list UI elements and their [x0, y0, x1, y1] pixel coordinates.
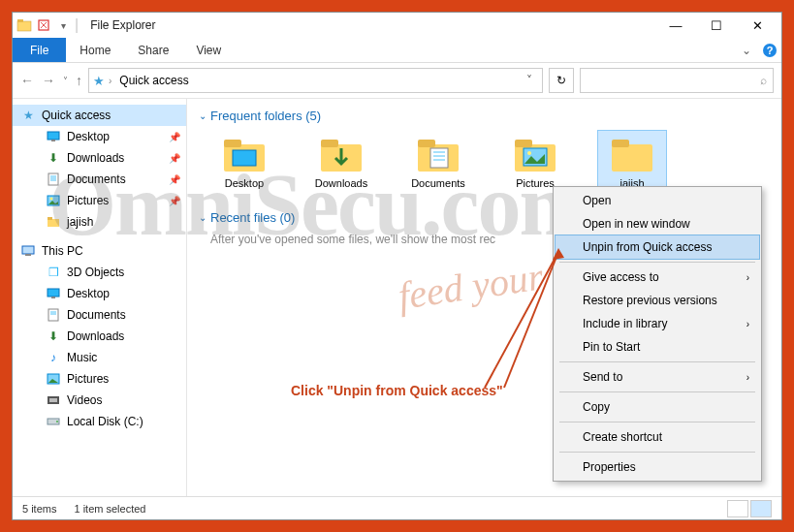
svg-rect-33 — [418, 140, 435, 147]
svg-rect-28 — [224, 140, 241, 147]
menu-open-new-window[interactable]: Open in new window — [556, 212, 759, 235]
menu-give-access[interactable]: Give access to› — [556, 266, 759, 289]
menu-unpin-quick-access[interactable]: Unpin from Quick access — [556, 235, 759, 259]
help-icon[interactable]: ? — [758, 38, 781, 62]
ribbon-expand-icon[interactable]: ⌄ — [735, 38, 758, 62]
status-bar: 5 items 1 item selected — [13, 496, 781, 519]
downloads-icon: ⬇ — [46, 150, 61, 166]
svg-text:?: ? — [767, 45, 774, 56]
frequent-folders-header[interactable]: ⌄ Frequent folders (5) — [199, 109, 770, 123]
svg-rect-43 — [612, 140, 629, 147]
pin-icon: 📌 — [169, 196, 180, 206]
svg-rect-29 — [233, 150, 256, 166]
svg-rect-34 — [430, 148, 448, 168]
details-view-button[interactable] — [727, 500, 748, 517]
svg-rect-6 — [51, 140, 55, 141]
sidebar-item-pc-desktop[interactable]: Desktop — [13, 283, 186, 304]
sidebar-item-desktop[interactable]: Desktop 📌 — [13, 126, 186, 147]
folder-pictures[interactable]: Pictures — [501, 131, 569, 193]
submenu-arrow-icon: › — [746, 372, 749, 383]
drive-icon — [46, 414, 61, 429]
svg-rect-7 — [48, 173, 58, 185]
svg-point-41 — [527, 151, 531, 155]
submenu-arrow-icon: › — [746, 272, 749, 283]
svg-rect-42 — [612, 144, 652, 172]
pc-icon — [20, 243, 36, 259]
search-icon: ⌕ — [760, 74, 767, 87]
downloads-icon: ⬇ — [46, 329, 61, 344]
navigation-pane: ★ Quick access Desktop 📌 ⬇ Downloads 📌 D… — [13, 99, 187, 496]
menu-include-library[interactable]: Include in library› — [556, 312, 759, 335]
breadcrumb[interactable]: Quick access — [115, 74, 192, 87]
tab-view[interactable]: View — [182, 38, 235, 62]
sidebar-item-pc-documents[interactable]: Documents — [13, 304, 186, 326]
search-input[interactable]: ⌕ — [580, 68, 774, 93]
tab-share[interactable]: Share — [124, 38, 182, 62]
menu-copy[interactable]: Copy — [556, 395, 759, 419]
sidebar-item-documents[interactable]: Documents 📌 — [13, 169, 186, 190]
sidebar-quick-access[interactable]: ★ Quick access — [13, 105, 186, 126]
sidebar-item-pc-pictures[interactable]: Pictures — [13, 368, 186, 390]
folder-jajish[interactable]: jajish — [598, 131, 666, 193]
menu-create-shortcut[interactable]: Create shortcut — [556, 425, 759, 449]
forward-button[interactable]: → — [42, 73, 55, 88]
desktop-icon — [46, 129, 61, 144]
tab-file[interactable]: File — [13, 38, 66, 62]
sidebar-item-local-disk[interactable]: Local Disk (C:) — [13, 411, 186, 432]
music-icon: ♪ — [46, 350, 61, 365]
window-title: File Explorer — [90, 18, 155, 32]
chevron-down-icon: ⌄ — [199, 212, 206, 223]
close-button[interactable]: ✕ — [737, 13, 778, 38]
sidebar-item-downloads[interactable]: ⬇ Downloads 📌 — [13, 147, 186, 169]
tab-home[interactable]: Home — [66, 38, 124, 62]
svg-rect-13 — [48, 219, 59, 227]
recent-locations-icon[interactable]: ˅ — [63, 76, 68, 86]
address-path[interactable]: ★ › Quick access ˅ — [88, 68, 543, 93]
refresh-button[interactable]: ↻ — [549, 68, 574, 93]
svg-rect-5 — [48, 132, 59, 140]
svg-rect-16 — [25, 254, 31, 256]
svg-rect-18 — [51, 297, 55, 298]
svg-rect-14 — [48, 217, 52, 220]
address-dropdown-icon[interactable]: ˅ — [521, 74, 538, 87]
minimize-button[interactable]: — — [655, 13, 696, 38]
sidebar-item-music[interactable]: ♪Music — [13, 347, 186, 368]
sidebar-item-videos[interactable]: Videos — [13, 390, 186, 411]
menu-pin-start[interactable]: Pin to Start — [556, 335, 759, 359]
menu-open[interactable]: Open — [556, 189, 759, 212]
folder-desktop[interactable]: Desktop — [210, 131, 278, 193]
quick-access-star-icon: ★ — [93, 74, 105, 88]
svg-rect-39 — [515, 140, 532, 147]
svg-rect-19 — [48, 309, 58, 321]
svg-rect-1 — [17, 19, 23, 22]
submenu-arrow-icon: › — [746, 319, 749, 329]
folder-icon — [46, 214, 61, 230]
icons-view-button[interactable] — [750, 500, 772, 517]
menu-restore-previous[interactable]: Restore previous versions — [556, 289, 759, 312]
menu-send-to[interactable]: Send to› — [556, 365, 759, 389]
back-button[interactable]: ← — [20, 73, 34, 88]
svg-point-26 — [56, 421, 58, 422]
maximize-button[interactable]: ☐ — [696, 13, 737, 38]
svg-rect-17 — [48, 289, 59, 297]
svg-rect-0 — [17, 21, 31, 31]
sidebar-item-3d-objects[interactable]: ❒3D Objects — [13, 262, 186, 283]
folder-downloads[interactable]: Downloads — [307, 131, 375, 193]
explorer-icon — [16, 17, 32, 33]
sidebar-this-pc[interactable]: This PC — [13, 240, 186, 262]
pin-icon: 📌 — [169, 174, 180, 185]
status-item-count: 5 items — [22, 503, 56, 515]
folder-documents[interactable]: Documents — [404, 131, 472, 193]
menu-properties[interactable]: Properties — [556, 455, 759, 479]
address-bar: ← → ˅ ↑ ★ › Quick access ˅ ↻ ⌕ — [13, 63, 781, 98]
videos-icon — [46, 392, 61, 408]
svg-rect-24 — [49, 398, 57, 402]
new-folder-icon[interactable]: ▾ — [55, 17, 71, 33]
properties-icon[interactable] — [36, 17, 51, 33]
sidebar-item-pictures[interactable]: Pictures 📌 — [13, 190, 186, 211]
sidebar-item-jajish[interactable]: jajish — [13, 211, 186, 233]
status-selected-count: 1 item selected — [74, 503, 145, 515]
star-icon: ★ — [20, 108, 36, 123]
up-button[interactable]: ↑ — [76, 73, 82, 88]
sidebar-item-pc-downloads[interactable]: ⬇Downloads — [13, 326, 186, 347]
